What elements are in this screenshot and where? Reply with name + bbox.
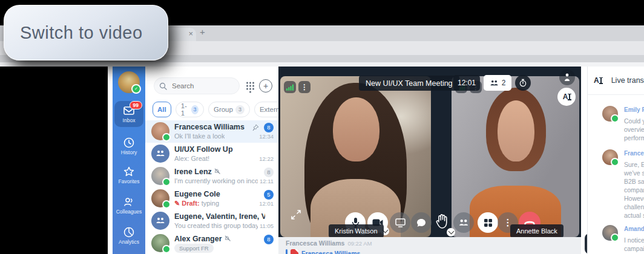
participants-button[interactable]	[453, 212, 474, 233]
transcription-title: Live transcription	[611, 76, 644, 85]
grid-view-button[interactable]	[478, 212, 498, 233]
participants-count: 2	[502, 79, 506, 87]
tab-close-icon[interactable]: ×	[188, 29, 193, 38]
sidebar-item-favorites[interactable]: Favorites	[114, 162, 143, 188]
group-avatar	[151, 145, 169, 163]
online-dot	[611, 233, 619, 242]
history-icon	[123, 137, 135, 149]
conversation-name: Francesca Williams	[174, 123, 245, 131]
unread-badge: 8	[264, 123, 274, 132]
tile-menu-icon[interactable]: ⋮	[298, 81, 310, 93]
browser-chrome-edge	[0, 62, 644, 67]
conversation-preview: You created this group today.	[174, 222, 258, 229]
muted-icon	[214, 168, 221, 175]
conversation-time: 12:22	[259, 155, 274, 162]
conversation-time: 12:11	[260, 178, 274, 184]
conversation-new-group[interactable]: Eugene, Valentin, Irene, Vasyl... You cr…	[145, 210, 278, 232]
avatar-francesca	[151, 122, 169, 140]
portrait-face	[498, 100, 534, 161]
expand-icon[interactable]	[291, 209, 301, 220]
conversation-time: 12:01	[259, 200, 274, 207]
user-avatar[interactable]: ✓	[118, 71, 140, 93]
name-text: Alex Granger	[174, 235, 222, 243]
conversation-alex-granger[interactable]: Alex Granger Support FR 8	[145, 232, 278, 254]
transcript-line: overview of ou	[624, 125, 644, 134]
live-transcription-panel: A Live transcription Emily Portman Could…	[587, 67, 644, 254]
inbox-icon: 99	[123, 105, 135, 117]
transcript-line: performance	[624, 134, 644, 142]
new-chat-button[interactable]: +	[259, 79, 272, 93]
meeting-chat-time: 09:22 AM	[347, 240, 372, 247]
ai-icon: A	[594, 76, 602, 85]
avatar-emily	[602, 106, 618, 122]
conversation-preview: Alex: Great!	[174, 155, 209, 162]
transcript-text: Sure, Emily. O we've seen st B2B sales, …	[624, 160, 644, 220]
draft-pencil-icon: ✎	[174, 200, 180, 207]
group-avatar	[151, 212, 169, 230]
name-text: Irene Lenz	[174, 168, 212, 176]
avatar-irene	[151, 167, 169, 185]
screenshot-stage: { "tooltip": { "label": "Switch to video…	[0, 0, 644, 254]
presenter-icon[interactable]	[559, 70, 575, 85]
avatar-amanda	[602, 225, 618, 241]
transcript-line: However, we	[624, 194, 644, 203]
star-icon	[123, 166, 135, 178]
transcript-author: Emily Portman	[624, 106, 644, 113]
transcript-line: actual sales.	[624, 211, 644, 220]
conversation-time: 11:05	[260, 223, 274, 229]
app-window: ✓ 99 Inbox History Favorites Colleag	[108, 67, 644, 254]
participant-name-kristin: Kristin Watson	[329, 224, 384, 237]
filter-group-count: 3	[235, 105, 245, 114]
online-status-icon: ✓	[131, 84, 141, 94]
sidebar-item-analytics[interactable]: Analytics	[114, 223, 143, 249]
pdf-file-icon	[291, 249, 298, 254]
sidebar-item-history[interactable]: History	[114, 133, 143, 159]
conversation-name: Irene Lenz	[174, 168, 221, 176]
sidebar-item-inbox[interactable]: 99 Inbox	[114, 101, 143, 127]
online-dot	[611, 158, 619, 166]
sidebar-item-colleagues[interactable]: Colleagues	[114, 192, 143, 218]
chat-button[interactable]	[411, 212, 432, 233]
new-tab-button[interactable]: +	[200, 27, 205, 37]
conversation-name: Eugene Cole	[174, 190, 220, 198]
conversation-name: Alex Granger	[174, 235, 231, 243]
filter-all[interactable]: All	[153, 102, 171, 117]
dialpad-icon[interactable]	[246, 82, 255, 93]
people-icon	[123, 196, 135, 208]
participants-pill[interactable]: 2	[484, 75, 511, 91]
meeting-chat-author: Francesca Williams	[286, 239, 344, 247]
conversation-preview: ✎ Draft: typing	[174, 200, 219, 207]
conversation-eugene-cole[interactable]: Eugene Cole ✎ Draft: typing 5 12:01	[145, 187, 278, 210]
switch-to-video-tooltip[interactable]: Switch to video	[4, 5, 168, 60]
search-input[interactable]	[171, 82, 234, 90]
pie-chart-icon	[123, 226, 135, 238]
raise-hand-button[interactable]	[435, 213, 450, 229]
transcription-header: A Live transcription	[588, 67, 644, 95]
conversation-irene[interactable]: Irene Lenz I'm currently working on inco…	[145, 165, 278, 187]
filter-group[interactable]: Group 3	[208, 102, 250, 117]
participants-icon	[490, 80, 499, 86]
search-box[interactable]	[154, 77, 240, 94]
record-timer-icon[interactable]	[515, 75, 531, 91]
filter-one-to-one[interactable]: 1-1 3	[176, 102, 204, 117]
video-call-area: ⋮ ⋮ New UI/UX Team Meeting 12:01 2 A	[278, 67, 581, 237]
participant-name-annette: Annette Black	[510, 224, 564, 237]
conversation-preview: Ok I'll take a look	[174, 132, 225, 140]
conversation-uiux-followup[interactable]: UI/UX Follow Up Alex: Great! 12:22	[145, 143, 278, 165]
transcript-line: compared to t	[624, 186, 644, 194]
transcript-line: I noticed that	[624, 236, 644, 244]
unread-badge: 5	[264, 190, 274, 200]
meeting-chat-author-line: Francesca Williams09:22 AM	[286, 239, 372, 247]
conversation-francesca[interactable]: Francesca Williams Ok I'll take a look 8…	[145, 120, 278, 143]
filter-one-label: 1-1	[181, 102, 189, 117]
inbox-unread-badge: 99	[130, 101, 142, 109]
meeting-chat-preview: Francesca Williams09:22 AM Francesca Wil…	[278, 237, 581, 254]
online-dot	[162, 200, 171, 209]
meeting-title: New UI/UX Team Meeting	[359, 76, 459, 91]
unread-badge-muted: 8	[264, 168, 274, 177]
hand-options-chevron[interactable]	[447, 228, 455, 236]
meeting-chat-quote[interactable]: Francesca Williams	[286, 249, 360, 254]
ai-transcription-button[interactable]: A	[557, 88, 576, 106]
screen-share-button[interactable]	[390, 212, 410, 233]
kebab-glyph: ⋮	[301, 83, 308, 91]
